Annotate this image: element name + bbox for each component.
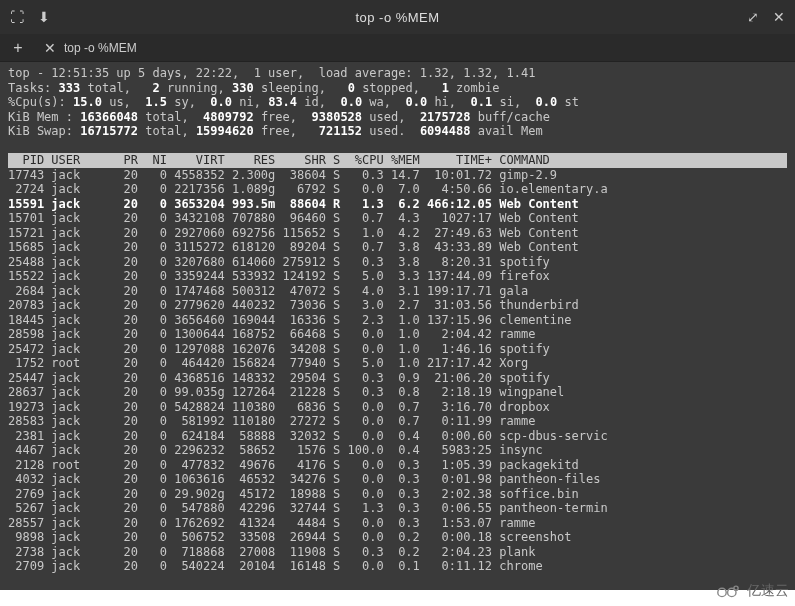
close-icon[interactable]: ✕	[773, 10, 785, 24]
process-row: 2724 jack 20 0 2217356 1.089g 6792 S 0.0…	[8, 182, 787, 197]
summary-tasks: Tasks: 333 total, 2 running, 330 sleepin…	[8, 81, 787, 96]
process-row: 2709 jack 20 0 540224 20104 16148 S 0.0 …	[8, 559, 787, 574]
process-row: 18445 jack 20 0 3656460 169044 16336 S 2…	[8, 313, 787, 328]
process-row: 15522 jack 20 0 3359244 533932 124192 S …	[8, 269, 787, 284]
process-row: 19273 jack 20 0 5428824 110380 6836 S 0.…	[8, 400, 787, 415]
tab-bar: + ✕ top -o %MEM	[0, 34, 795, 62]
process-row: 9898 jack 20 0 506752 33508 26944 S 0.0 …	[8, 530, 787, 545]
process-row: 2738 jack 20 0 718868 27008 11908 S 0.3 …	[8, 545, 787, 560]
column-header: PID USER PR NI VIRT RES SHR S %CPU %MEM …	[8, 153, 787, 168]
process-row: 28583 jack 20 0 581992 110180 27272 S 0.…	[8, 414, 787, 429]
process-row: 28637 jack 20 0 99.035g 127264 21228 S 0…	[8, 385, 787, 400]
process-row: 4467 jack 20 0 2296232 58652 1576 S 100.…	[8, 443, 787, 458]
svg-point-0	[718, 588, 726, 596]
summary-swap: KiB Swap: 16715772 total, 15994620 free,…	[8, 124, 787, 139]
summary-cpu: %Cpu(s): 15.0 us, 1.5 sy, 0.0 ni, 83.4 i…	[8, 95, 787, 110]
process-row: 4032 jack 20 0 1063616 46532 34276 S 0.0…	[8, 472, 787, 487]
process-row: 28598 jack 20 0 1300644 168752 66468 S 0…	[8, 327, 787, 342]
watermark: 亿速云	[715, 582, 789, 600]
tab-item[interactable]: ✕ top -o %MEM	[30, 34, 151, 61]
process-row: 2769 jack 20 0 29.902g 45172 18988 S 0.0…	[8, 487, 787, 502]
process-row: 5267 jack 20 0 547880 42296 32744 S 1.3 …	[8, 501, 787, 516]
process-row: 15721 jack 20 0 2927060 692756 115652 S …	[8, 226, 787, 241]
process-row: 20783 jack 20 0 2779620 440232 73036 S 3…	[8, 298, 787, 313]
summary-line: top - 12:51:35 up 5 days, 22:22, 1 user,…	[8, 66, 787, 81]
terminal-window: ⛶ ⬇ top -o %MEM ⤢ ✕ + ✕ top -o %MEM top …	[0, 0, 795, 590]
blank-line	[8, 139, 787, 154]
expand-icon[interactable]: ⤢	[747, 10, 759, 24]
download-icon[interactable]: ⬇	[38, 10, 50, 24]
process-row: 25447 jack 20 0 4368516 148332 29504 S 0…	[8, 371, 787, 386]
process-row: 28557 jack 20 0 1762692 41324 4484 S 0.0…	[8, 516, 787, 531]
process-row: 15685 jack 20 0 3115272 618120 89204 S 0…	[8, 240, 787, 255]
svg-point-2	[734, 586, 738, 590]
process-row: 15591 jack 20 0 3653204 993.5m 88604 R 1…	[8, 197, 787, 212]
process-row: 2128 root 20 0 477832 49676 4176 S 0.0 0…	[8, 458, 787, 473]
process-row: 17743 jack 20 0 4558352 2.300g 38604 S 0…	[8, 168, 787, 183]
fullscreen-icon[interactable]: ⛶	[10, 10, 24, 24]
terminal-output[interactable]: top - 12:51:35 up 5 days, 22:22, 1 user,…	[0, 62, 795, 590]
summary-mem: KiB Mem : 16366048 total, 4809792 free, …	[8, 110, 787, 125]
process-row: 1752 root 20 0 464420 156824 77940 S 5.0…	[8, 356, 787, 371]
process-row: 2684 jack 20 0 1747468 500312 47072 S 4.…	[8, 284, 787, 299]
window-titlebar: ⛶ ⬇ top -o %MEM ⤢ ✕	[0, 0, 795, 34]
process-row: 2381 jack 20 0 624184 58888 32032 S 0.0 …	[8, 429, 787, 444]
new-tab-button[interactable]: +	[6, 40, 30, 56]
tab-label: top -o %MEM	[64, 41, 137, 55]
process-row: 25472 jack 20 0 1297088 162076 34208 S 0…	[8, 342, 787, 357]
process-row: 25488 jack 20 0 3207680 614060 275912 S …	[8, 255, 787, 270]
tab-close-icon[interactable]: ✕	[44, 40, 56, 56]
process-row: 15701 jack 20 0 3432108 707880 96460 S 0…	[8, 211, 787, 226]
window-title: top -o %MEM	[80, 10, 715, 25]
